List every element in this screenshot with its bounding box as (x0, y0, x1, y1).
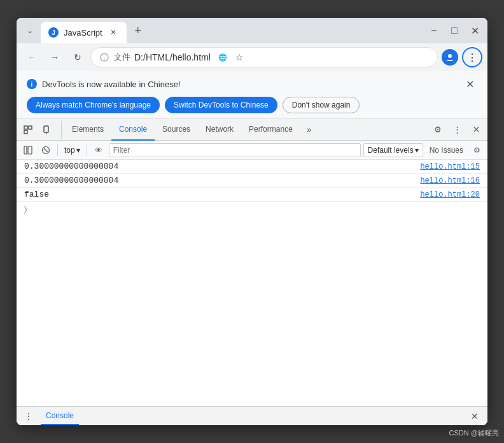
svg-text:i: i (104, 55, 105, 61)
svg-rect-10 (28, 146, 32, 154)
tab-sources[interactable]: Sources (155, 119, 198, 141)
toolbar-separator (57, 144, 58, 156)
devtools-tabs: Elements Console Sources Network Perform… (17, 119, 487, 141)
minimize-button[interactable]: − (426, 23, 442, 38)
reload-button[interactable]: ↻ (67, 47, 88, 67)
svg-text:🌐: 🌐 (218, 53, 227, 62)
banner-close-button[interactable]: ✕ (462, 76, 477, 92)
console-settings-button[interactable]: ⚙ (470, 143, 484, 157)
context-value: top (64, 146, 75, 155)
clear-console-button[interactable] (38, 143, 53, 158)
profile-button[interactable] (440, 48, 459, 67)
window-controls: − □ ✕ (426, 23, 482, 38)
svg-rect-4 (24, 126, 27, 129)
bottom-console-tab[interactable]: Console (41, 407, 79, 425)
eye-button[interactable]: 👁 (91, 143, 106, 158)
devtools-tab-items: Elements Console Sources Network Perform… (64, 119, 429, 141)
console-value-0: 0.30000000000000004 (24, 162, 118, 171)
devtools-more-button[interactable]: ⋮ (448, 121, 466, 139)
menu-button[interactable]: ⋮ (462, 47, 482, 67)
close-button[interactable]: ✕ (467, 23, 482, 38)
bottom-menu-button[interactable]: ⋮ (22, 409, 36, 423)
omnibox-favicon: i (99, 52, 110, 63)
url-prefix: 文件 (114, 52, 130, 63)
console-row-2: false hello.html:20 (17, 188, 487, 202)
switch-devtools-button[interactable]: Switch DevTools to Chinese (165, 97, 277, 113)
svg-rect-5 (29, 126, 32, 129)
svg-rect-9 (24, 146, 27, 154)
console-row-1: 0.30000000000000004 hello.html:16 (17, 174, 487, 188)
url-text: D:/HTML/hello.html (134, 52, 211, 62)
console-output: 0.30000000000000004 hello.html:15 0.3000… (17, 160, 487, 406)
tab-close-button[interactable]: ✕ (108, 27, 119, 38)
tab-console[interactable]: Console (111, 119, 155, 141)
console-link-0[interactable]: hello.html:15 (420, 162, 480, 171)
always-match-button[interactable]: Always match Chrome's language (27, 97, 160, 113)
context-arrow: ▾ (76, 146, 80, 155)
console-toolbar: top ▾ 👁 Default levels ▾ No Issues ⚙ (17, 141, 487, 160)
sidebar-toggle-button[interactable] (20, 143, 36, 158)
omnibox: i 文件 D:/HTML/hello.html 🌐 ☆ (90, 47, 438, 67)
svg-rect-6 (24, 130, 27, 134)
tab-network[interactable]: Network (198, 119, 241, 141)
bookmark-button[interactable]: ☆ (232, 50, 248, 65)
devtools-tab-icons (19, 121, 62, 139)
inspect-element-button[interactable] (19, 121, 37, 139)
banner-top: i DevTools is now available in Chinese! … (27, 76, 477, 92)
browser-tab: J JavaScript ✕ (41, 22, 127, 43)
tab-performance[interactable]: Performance (241, 119, 300, 141)
filter-input[interactable] (109, 143, 361, 157)
more-tabs-button[interactable]: » (300, 121, 318, 139)
maximize-button[interactable]: □ (447, 23, 462, 38)
console-link-2[interactable]: hello.html:20 (420, 190, 480, 199)
issues-badge: No Issues (426, 146, 467, 155)
svg-rect-8 (46, 132, 47, 134)
console-value-2: false (24, 190, 49, 199)
profile-icon (442, 49, 458, 66)
new-tab-button[interactable]: + (129, 22, 147, 39)
devtools-banner: i DevTools is now available in Chinese! … (17, 71, 487, 119)
title-bar: ⌄ J JavaScript ✕ + − □ ✕ (17, 18, 487, 43)
devtools-panel: Elements Console Sources Network Perform… (17, 119, 487, 425)
dt-tab-actions: ⚙ ⋮ ✕ (429, 121, 485, 139)
console-expand[interactable]: 〉 (17, 202, 487, 217)
svg-rect-7 (44, 126, 48, 132)
tab-elements[interactable]: Elements (64, 119, 111, 141)
device-toolbar-button[interactable] (38, 121, 56, 139)
toolbar: ← → ↻ i 文件 D:/HTML/hello.html 🌐 ☆ ⋮ (17, 43, 487, 71)
devtools-settings-button[interactable]: ⚙ (429, 121, 447, 139)
banner-message: i DevTools is now available in Chinese! (27, 79, 181, 89)
toolbar-separator-2 (87, 144, 87, 156)
translate-button[interactable]: 🌐 (214, 50, 230, 65)
banner-text: DevTools is now available in Chinese! (42, 80, 181, 89)
devtools-bottom-bar: ⋮ Console ✕ (17, 406, 487, 425)
levels-arrow: ▾ (415, 146, 419, 155)
browser-window: ⌄ J JavaScript ✕ + − □ ✕ ← → ↻ i 文件 D:/H… (17, 18, 487, 425)
tab-favicon: J (48, 27, 59, 38)
omnibox-icons: 🌐 ☆ (214, 50, 248, 65)
tab-title: JavaScript (64, 28, 102, 38)
info-icon: i (27, 79, 37, 89)
svg-point-3 (448, 54, 452, 58)
dont-show-button[interactable]: Don't show again (283, 97, 360, 113)
levels-select[interactable]: Default levels ▾ (363, 143, 423, 157)
console-link-1[interactable]: hello.html:16 (420, 176, 480, 185)
tab-list-button[interactable]: ⌄ (22, 22, 38, 39)
back-button[interactable]: ← (22, 47, 42, 67)
forward-button[interactable]: → (45, 47, 65, 67)
context-select[interactable]: top ▾ (62, 143, 83, 157)
devtools-close-button[interactable]: ✕ (467, 121, 485, 139)
console-value-1: 0.30000000000000004 (24, 176, 118, 185)
levels-label: Default levels (368, 146, 414, 155)
console-row-0: 0.30000000000000004 hello.html:15 (17, 160, 487, 174)
watermark: CSDN @辅曜亮 (449, 428, 499, 438)
banner-buttons: Always match Chrome's language Switch De… (27, 97, 477, 113)
bottom-close-button[interactable]: ✕ (467, 409, 482, 424)
svg-line-12 (44, 148, 48, 152)
